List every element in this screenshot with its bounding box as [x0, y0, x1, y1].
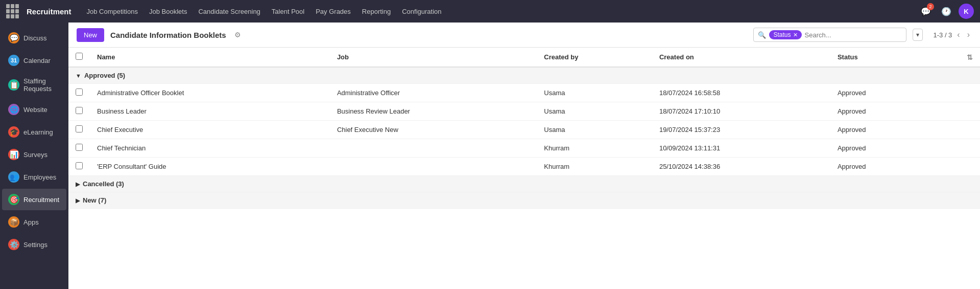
message-badge: 2	[927, 3, 934, 10]
group-row[interactable]: ▶New (7)	[68, 192, 980, 209]
sidebar-item-apps[interactable]: 📦 Apps	[2, 211, 66, 233]
sidebar-item-employees[interactable]: 👥 Employees	[2, 166, 66, 188]
col-name[interactable]: Name	[90, 48, 330, 67]
row-job: Business Review Leader	[330, 102, 537, 121]
col-created-by[interactable]: Created by	[537, 48, 652, 67]
row-extra	[931, 102, 980, 121]
content-area: New Candidate Information Booklets ⚙ 🔍 S…	[68, 23, 980, 289]
row-created-on: 10/09/2024 13:11:31	[652, 139, 830, 158]
row-extra	[931, 121, 980, 139]
sidebar-icon: 📋	[8, 79, 19, 91]
row-status: Approved	[830, 102, 931, 121]
sidebar-icon: 🎯	[8, 194, 19, 205]
sidebar-label: Calendar	[23, 57, 51, 64]
col-adjust[interactable]: ⇅	[931, 48, 980, 67]
table-body: ▼Approved (5) Administrative Officer Boo…	[68, 67, 980, 209]
remove-filter-icon[interactable]: ✕	[793, 32, 798, 38]
row-extra	[931, 84, 980, 102]
row-name[interactable]: Chief Technician	[90, 139, 330, 158]
status-filter-label: Status	[773, 31, 791, 38]
sidebar-label: Apps	[23, 218, 39, 226]
row-created-by: Khurram	[537, 139, 652, 158]
column-adjust-icon[interactable]: ⇅	[967, 53, 973, 61]
new-button[interactable]: New	[77, 28, 104, 42]
row-checkbox-cell[interactable]	[68, 121, 90, 139]
expand-icon: ▶	[76, 197, 80, 204]
top-nav: Recruitment Job CompetitionsJob Booklets…	[0, 0, 980, 23]
sidebar-icon: 👥	[8, 171, 19, 183]
sidebar-item-recruitment[interactable]: 🎯 Recruitment	[2, 189, 66, 210]
table-row[interactable]: Chief Executive Chief Executive New Usam…	[68, 121, 980, 139]
row-created-by: Khurram	[537, 158, 652, 176]
sidebar-item-elearning[interactable]: 🎓 eLearning	[2, 121, 66, 143]
nav-item-pay-grades[interactable]: Pay Grades	[310, 5, 356, 18]
row-name[interactable]: Administrative Officer Booklet	[90, 84, 330, 102]
messages-icon[interactable]: 💬 2	[918, 3, 934, 19]
sidebar-item-discuss[interactable]: 💬 Discuss	[2, 27, 66, 49]
row-name[interactable]: Business Leader	[90, 102, 330, 121]
col-created-on[interactable]: Created on	[652, 48, 830, 67]
search-area: 🔍 Status ✕	[753, 28, 906, 42]
next-page-button[interactable]: ›	[965, 29, 972, 40]
row-extra	[931, 158, 980, 176]
search-icon: 🔍	[758, 31, 766, 39]
row-created-by: Usama	[537, 102, 652, 121]
table-row[interactable]: Business Leader Business Review Leader U…	[68, 102, 980, 121]
row-name[interactable]: Chief Executive	[90, 121, 330, 139]
nav-item-talent-pool[interactable]: Talent Pool	[267, 5, 309, 18]
row-extra	[931, 139, 980, 158]
select-all-checkbox[interactable]	[76, 53, 83, 60]
sidebar-label: Staffing Requests	[23, 77, 60, 93]
row-checkbox-cell[interactable]	[68, 139, 90, 158]
sidebar-item-website[interactable]: 🌐 Website	[2, 99, 66, 120]
row-job: Administrative Officer	[330, 84, 537, 102]
row-checkbox[interactable]	[76, 162, 83, 169]
group-row[interactable]: ▶Cancelled (3)	[68, 176, 980, 192]
nav-item-job-competitions[interactable]: Job Competitions	[82, 5, 143, 18]
nav-item-candidate-screening[interactable]: Candidate Screening	[193, 5, 265, 18]
nav-item-reporting[interactable]: Reporting	[357, 5, 396, 18]
row-checkbox[interactable]	[76, 144, 83, 151]
sidebar-item-calendar[interactable]: 31 Calendar	[2, 50, 66, 71]
row-checkbox[interactable]	[76, 125, 83, 132]
nav-item-configuration[interactable]: Configuration	[397, 5, 446, 18]
sidebar-label: Settings	[23, 241, 47, 249]
status-filter-tag[interactable]: Status ✕	[769, 30, 801, 39]
row-checkbox-cell[interactable]	[68, 84, 90, 102]
row-checkbox[interactable]	[76, 88, 83, 96]
table-row[interactable]: Administrative Officer Booklet Administr…	[68, 84, 980, 102]
sidebar-item-surveys[interactable]: 📊 Surveys	[2, 144, 66, 165]
row-created-on: 19/07/2024 15:37:23	[652, 121, 830, 139]
page-title: Candidate Information Booklets	[110, 31, 226, 39]
nav-item-job-booklets[interactable]: Job Booklets	[144, 5, 192, 18]
row-status: Approved	[830, 158, 931, 176]
app-grid-icon[interactable]	[6, 4, 20, 18]
col-status[interactable]: Status	[830, 48, 931, 67]
sidebar-item-settings[interactable]: ⚙️ Settings	[2, 234, 66, 255]
sidebar-label: eLearning	[23, 128, 53, 136]
row-status: Approved	[830, 139, 931, 158]
row-status: Approved	[830, 84, 931, 102]
row-checkbox-cell[interactable]	[68, 102, 90, 121]
sidebar: 💬 Discuss 31 Calendar 📋 Staffing Request…	[0, 23, 68, 289]
row-checkbox[interactable]	[76, 107, 83, 114]
gear-icon[interactable]: ⚙	[234, 31, 241, 39]
search-dropdown[interactable]: ▾	[913, 29, 923, 41]
clock-icon[interactable]: 🕐	[938, 3, 954, 19]
col-job[interactable]: Job	[330, 48, 537, 67]
table-row[interactable]: 'ERP Consultant' Guide Khurram 25/10/202…	[68, 158, 980, 176]
row-checkbox-cell[interactable]	[68, 158, 90, 176]
row-name[interactable]: 'ERP Consultant' Guide	[90, 158, 330, 176]
main-layout: 💬 Discuss 31 Calendar 📋 Staffing Request…	[0, 23, 980, 289]
sidebar-icon: 31	[8, 55, 19, 66]
user-avatar[interactable]: K	[959, 4, 974, 19]
search-input[interactable]	[805, 31, 866, 39]
sidebar-item-staffing-requests[interactable]: 📋 Staffing Requests	[2, 72, 66, 98]
group-row[interactable]: ▼Approved (5)	[68, 67, 980, 84]
prev-page-button[interactable]: ‹	[955, 29, 962, 40]
sidebar-icon: 📊	[8, 149, 19, 160]
select-all-header[interactable]	[68, 48, 90, 67]
table-row[interactable]: Chief Technician Khurram 10/09/2024 13:1…	[68, 139, 980, 158]
data-table: Name Job Created by Created on Status ⇅ …	[68, 48, 980, 209]
collapse-icon: ▼	[76, 73, 81, 79]
